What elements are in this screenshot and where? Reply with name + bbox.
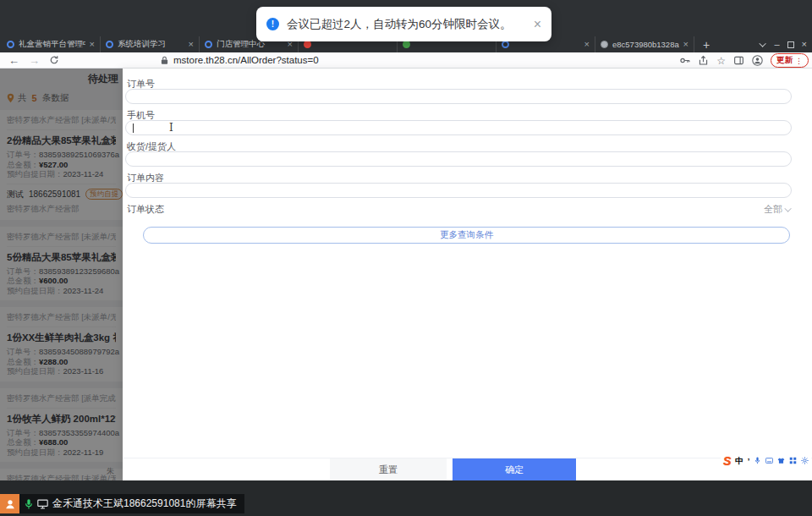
- back-icon[interactable]: ←: [8, 54, 19, 67]
- profile-avatar-icon[interactable]: [752, 55, 763, 66]
- forward-icon: →: [29, 54, 40, 67]
- order-no-input[interactable]: [125, 89, 792, 104]
- address-bar-actions: ☆ 更新 ⋮: [679, 52, 809, 69]
- maximize-button[interactable]: [787, 41, 794, 48]
- key-icon[interactable]: [679, 55, 690, 66]
- tab-title: e8c573980b1328a258fd2e6f8: [612, 40, 679, 49]
- browser-tab[interactable]: 系统培训学习×: [101, 36, 200, 52]
- ime-toolbar: S 中 ’: [721, 453, 811, 468]
- mic-on-icon: [25, 498, 33, 510]
- ime-keyboard-icon[interactable]: [765, 457, 773, 464]
- minimize-button[interactable]: –: [774, 40, 779, 49]
- chrome-update-button[interactable]: 更新 ⋮: [771, 53, 809, 68]
- reset-button[interactable]: 重置: [330, 458, 447, 480]
- tab-favicon: [106, 41, 113, 48]
- ime-mic-icon[interactable]: [754, 457, 761, 464]
- share-icon[interactable]: [698, 55, 709, 66]
- tab-title: 系统培训学习: [118, 39, 184, 50]
- sharer-avatar: [0, 494, 19, 513]
- tab-close-icon[interactable]: ×: [90, 40, 95, 49]
- ime-chinese-mode-icon[interactable]: 中: [735, 457, 743, 465]
- tab-favicon: [7, 41, 14, 48]
- lock-icon[interactable]: [161, 56, 168, 65]
- sogou-logo-icon[interactable]: S: [723, 455, 731, 467]
- new-tab-button[interactable]: +: [703, 38, 710, 52]
- tab-favicon: [205, 41, 212, 48]
- receiver-input[interactable]: [125, 151, 792, 167]
- address-bar: ← → mstore.th28.cn/AllOrder?status=0 ☆ 更…: [0, 52, 812, 69]
- ime-settings-gear-icon[interactable]: [801, 457, 809, 464]
- status-value: 全部: [764, 203, 782, 216]
- meeting-toast: 会议已超过2人，自动转为60分钟限时会议。 ×: [256, 7, 551, 41]
- tab-favicon: [502, 41, 509, 48]
- tab-favicon: [601, 41, 608, 48]
- toast-close-icon[interactable]: ×: [534, 18, 541, 31]
- screen-share-banner[interactable]: 金禾通技术王斌18662591081的屏幕共享: [0, 494, 244, 513]
- side-panel-icon[interactable]: [733, 55, 744, 66]
- bookmark-star-icon[interactable]: ☆: [716, 56, 726, 66]
- menu-dots-icon[interactable]: ⋮: [795, 57, 803, 65]
- toast-message: 会议已超过2人，自动转为60分钟限时会议。: [287, 17, 526, 32]
- tab-close-icon[interactable]: ×: [189, 40, 194, 49]
- url-text[interactable]: mstore.th28.cn/AllOrder?status=0: [173, 55, 319, 65]
- update-label: 更新: [776, 55, 793, 66]
- info-icon: [266, 18, 279, 30]
- text-caret: [133, 124, 134, 133]
- share-status: 金禾通技术王斌18662591081的屏幕共享: [19, 494, 244, 513]
- window-close-button[interactable]: ×: [802, 40, 807, 49]
- window-controls: – ×: [761, 36, 807, 52]
- person-icon: [4, 498, 16, 510]
- browser-tab[interactable]: 礼盒营销平台管理中心×: [2, 36, 101, 52]
- tab-search-chevron-icon[interactable]: [760, 40, 766, 47]
- chevron-down-icon: [784, 205, 791, 211]
- ime-toolbox-icon[interactable]: [789, 457, 797, 464]
- content-input[interactable]: [125, 183, 792, 198]
- confirm-button[interactable]: 确定: [453, 458, 576, 480]
- refresh-icon[interactable]: [49, 55, 59, 65]
- filter-drawer: 订单号 手机号 I 收货/提货人 订单内容 订单状态 全部 更多查询条件 重置 …: [123, 69, 812, 480]
- screen-share-icon: [37, 499, 48, 509]
- browser-tab[interactable]: e8c573980b1328a258fd2e6f8×: [595, 36, 694, 52]
- order-status-select[interactable]: 全部: [764, 203, 792, 216]
- status-label: 订单状态: [127, 203, 164, 216]
- ime-skin-icon[interactable]: [777, 457, 785, 464]
- tab-close-icon[interactable]: ×: [683, 40, 689, 49]
- phone-input[interactable]: [125, 120, 792, 135]
- modal-dim-overlay[interactable]: [0, 69, 123, 480]
- screen: 礼盒营销平台管理中心× 系统培训学习× 门店管理中心× × e8c573980b…: [0, 0, 812, 516]
- tab-favicon: [304, 41, 311, 48]
- taskbar: 金禾通技术王斌18662591081的屏幕共享: [0, 480, 812, 516]
- more-filters-button[interactable]: 更多查询条件: [143, 227, 790, 244]
- page-content: 待处理 共 5 条数据 密特罗德水产经营部 [未派单/无需拆单] 2份精品大果8…: [0, 69, 812, 480]
- mouse-text-cursor: I: [169, 122, 173, 134]
- tab-favicon: [403, 41, 410, 48]
- ime-punctuation-icon[interactable]: ’: [748, 457, 750, 465]
- tab-close-icon[interactable]: ×: [584, 40, 590, 49]
- order-list-sidebar: 待处理 共 5 条数据 密特罗德水产经营部 [未派单/无需拆单] 2份精品大果8…: [0, 69, 123, 480]
- drawer-footer: 重置 确定: [123, 458, 812, 480]
- share-text: 金禾通技术王斌18662591081的屏幕共享: [52, 497, 236, 511]
- tab-title: 礼盒营销平台管理中心: [19, 39, 85, 50]
